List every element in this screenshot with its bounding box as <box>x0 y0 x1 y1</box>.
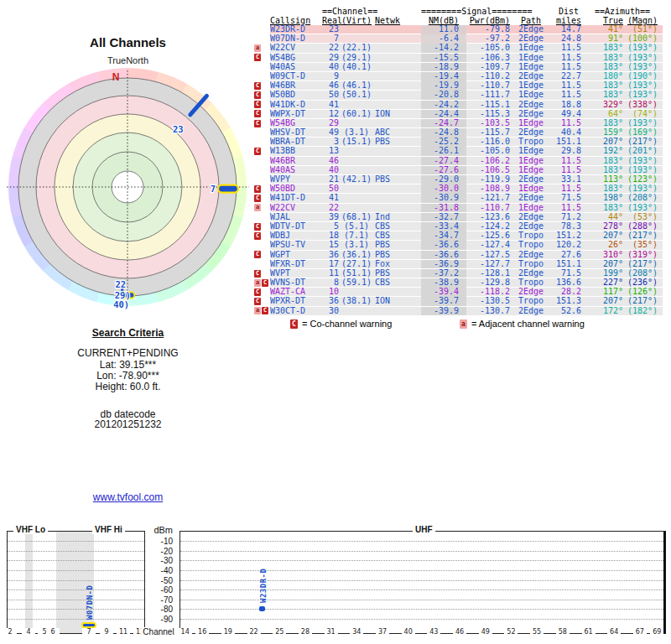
path-cell: 2Edge <box>512 307 550 316</box>
network-cell: ION <box>373 110 421 119</box>
noise-margin-cell: 11.0 <box>421 25 466 34</box>
noise-margin-cell: -20.8 <box>421 91 466 100</box>
channel-tick-25: 25 <box>273 628 286 636</box>
channel-tick-58: 58 <box>556 628 570 636</box>
adjacent-channel-warning-icon: a <box>460 319 467 329</box>
power-cell: -79.8 <box>466 25 512 34</box>
real-channel-cell: 12 <box>322 110 340 119</box>
channel-tick-34: 34 <box>350 628 363 636</box>
distance-cell: 28.2 <box>550 288 584 297</box>
azimuth-magn-cell: (51°) <box>624 25 661 34</box>
distance-cell: 120.2 <box>550 241 584 250</box>
dbm-tick-label: -60 <box>143 585 173 595</box>
callsign-cell: WVNS-DT <box>270 278 322 288</box>
channel-tick-7: 7 <box>82 628 96 636</box>
real-channel-cell: 40 <box>322 166 340 175</box>
virtual-channel-cell: (46.1) <box>340 81 373 91</box>
path-cell: 1Edge <box>512 184 550 194</box>
real-channel-cell: 8 <box>322 278 340 288</box>
callsign-cell: WDBJ <box>270 231 322 241</box>
callsign-cell: W09CT-D <box>270 72 322 81</box>
path-cell: Tropo <box>512 260 550 269</box>
co-channel-warning-icon: C <box>254 91 261 99</box>
warning-cell: a <box>253 204 270 213</box>
virtual-channel-cell: (59.1) <box>340 278 373 288</box>
distance-cell: 40.4 <box>550 128 584 138</box>
distance-cell: 11.5 <box>550 91 584 100</box>
azimuth-true-cell: 113° <box>584 175 624 184</box>
azimuth-magn-cell: (193°) <box>624 204 661 213</box>
real-channel-cell: 39 <box>322 213 340 222</box>
adjacent-channel-legend: a = Adjacent channel warning <box>460 319 585 329</box>
channel-tick-9: 9 <box>100 628 113 636</box>
distance-cell: 136.6 <box>550 278 584 288</box>
real-channel-cell: 11 <box>322 269 340 278</box>
warning-cell <box>253 157 270 166</box>
distance-cell: 11.5 <box>550 81 584 91</box>
power-cell: -103.5 <box>466 119 512 128</box>
network-cell: PBS <box>373 251 421 260</box>
path-cell: 1Edge <box>512 54 550 63</box>
azimuth-true-cell: 227° <box>584 278 624 288</box>
col-header-virt: (Virt) <box>340 16 373 25</box>
azimuth-magn-cell: (126°) <box>624 288 661 297</box>
virtual-channel-cell: (60.1) <box>340 110 373 119</box>
search-mode: CURRENT+PENDING <box>0 347 256 359</box>
path-cell: 2Edge <box>512 194 550 203</box>
channel-tick-46: 46 <box>453 628 466 636</box>
network-cell <box>373 54 421 63</box>
network-cell <box>373 307 421 316</box>
station-row-W41DT-D: CW41DT-D41-30.9-121.72Edge71.5198°(208°) <box>253 194 663 203</box>
station-vertical-label-W23DR-D: W23DR-D <box>259 561 268 603</box>
azimuth-true-cell: 199° <box>584 269 624 278</box>
path-cell: 2Edge <box>512 110 550 119</box>
warning-cell: C <box>253 222 270 231</box>
power-cell: -105.0 <box>466 147 512 156</box>
callsign-cell: WBRA-DT <box>270 138 322 147</box>
distance-cell: 71.2 <box>550 213 584 222</box>
virtual-channel-cell <box>340 157 373 166</box>
distance-cell: 24.8 <box>550 34 584 44</box>
co-channel-warning-icon: C <box>254 195 261 202</box>
azimuth-magn-cell: (217°) <box>624 231 661 241</box>
gridline--60dbm <box>180 589 663 590</box>
warning-cell: C <box>253 91 270 100</box>
real-channel-cell: 36 <box>322 251 340 260</box>
path-cell: 2Edge <box>512 34 550 44</box>
virtual-channel-cell: (50.1) <box>340 91 373 100</box>
adjacent-channel-warning-icon: a <box>254 44 261 52</box>
callsign-cell: W50BD <box>270 184 322 194</box>
warning-cell: a <box>253 44 270 53</box>
network-cell <box>373 25 421 34</box>
dist-group-header: Dist <box>550 7 584 16</box>
vhf-spectrum-panel <box>7 531 145 634</box>
channel-tick-16: 16 <box>195 628 209 636</box>
virtual-channel-cell <box>340 101 373 110</box>
real-channel-cell: 41 <box>322 194 340 203</box>
power-cell: -115.1 <box>466 101 512 110</box>
path-cell: 2Edge <box>512 128 550 138</box>
path-cell: 1Edge <box>512 204 550 213</box>
co-channel-warning-icon: C <box>262 307 268 314</box>
real-channel-cell: 49 <box>322 128 340 138</box>
azimuth-true-cell: 207° <box>584 297 624 306</box>
network-cell: ION <box>373 297 421 306</box>
network-cell: ABC <box>373 128 421 138</box>
power-cell: -110.7 <box>466 204 512 213</box>
path-cell: 2Edge <box>512 213 550 222</box>
noise-margin-cell: -24.7 <box>421 119 466 128</box>
noise-margin-cell: -36.6 <box>421 251 466 260</box>
azimuth-true-cell: 183° <box>584 54 624 63</box>
noise-margin-cell: -29.0 <box>421 175 466 184</box>
tvfool-link[interactable]: www.tvfool.com <box>93 491 163 503</box>
azimuth-true-cell: 183° <box>584 91 624 100</box>
power-cell: -118.2 <box>466 288 512 297</box>
power-cell: -124.2 <box>466 222 512 231</box>
gridline--20dbm <box>180 551 663 552</box>
azimuth-true-cell: 183° <box>584 166 624 175</box>
channel-tick-69: 69 <box>650 628 663 636</box>
col-header-netwk: Netwk <box>373 16 421 25</box>
power-cell: -106.2 <box>466 157 512 166</box>
real-channel-cell: 5 <box>322 222 340 231</box>
gridline--60dbm <box>8 589 144 590</box>
